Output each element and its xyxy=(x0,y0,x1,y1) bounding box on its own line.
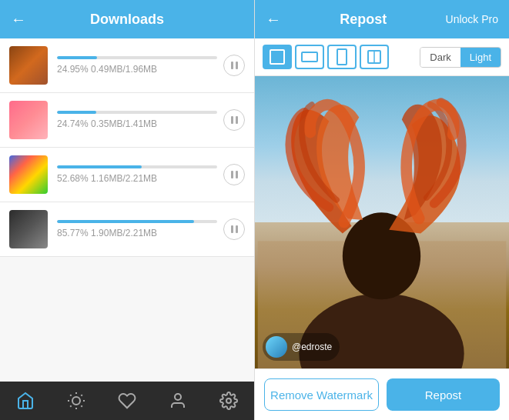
svg-rect-12 xyxy=(302,52,317,62)
nav-profile-icon[interactable] xyxy=(162,385,193,416)
thumbnail xyxy=(9,155,48,194)
repost-image-scene: @edroste xyxy=(255,76,509,368)
svg-line-3 xyxy=(70,395,71,395)
pause-icon xyxy=(231,62,238,69)
watermark-overlay: @edroste xyxy=(263,333,340,361)
thumbnail xyxy=(9,46,48,85)
dark-theme-button[interactable]: Dark xyxy=(420,48,460,67)
avatar xyxy=(266,336,287,358)
nav-gear-icon[interactable] xyxy=(213,385,244,416)
table-row: 52.68% 1.16MB/2.21MB xyxy=(0,148,254,202)
svg-line-7 xyxy=(70,405,71,406)
frame-portrait-button[interactable] xyxy=(327,45,357,69)
nav-home-icon[interactable] xyxy=(10,385,41,416)
download-stats: 85.77% 1.90MB/2.21MB xyxy=(57,228,217,238)
pause-icon xyxy=(231,171,238,178)
action-bar: Remove Watermark Repost xyxy=(255,368,509,420)
svg-rect-11 xyxy=(270,50,284,64)
download-info: 52.68% 1.16MB/2.21MB xyxy=(57,165,217,184)
frame-landscape-button[interactable] xyxy=(295,45,324,69)
frame-full-button[interactable] xyxy=(263,45,292,69)
pause-icon xyxy=(231,225,238,233)
svg-rect-13 xyxy=(337,49,347,65)
progress-bar-bg xyxy=(57,56,217,59)
progress-bar-fill xyxy=(57,111,96,114)
table-row: 85.77% 1.90MB/2.21MB xyxy=(0,202,254,257)
progress-bar-fill xyxy=(57,165,142,168)
frame-options xyxy=(263,45,389,69)
svg-point-10 xyxy=(226,398,231,403)
progress-bar-bg xyxy=(57,220,217,223)
svg-line-8 xyxy=(81,395,82,395)
progress-bar-fill xyxy=(57,56,97,59)
svg-point-9 xyxy=(175,394,181,400)
repost-image-container: @edroste xyxy=(255,76,509,368)
pause-button[interactable] xyxy=(223,109,245,131)
table-row: 24.74% 0.35MB/1.41MB xyxy=(0,93,254,148)
pause-button[interactable] xyxy=(223,164,245,185)
repost-toolbar: Dark Light xyxy=(255,38,509,76)
repost-button[interactable]: Repost xyxy=(387,378,500,411)
downloads-list: 24.95% 0.49MB/1.96MB 24.74% 0.35MB/1.41M… xyxy=(0,38,254,382)
thumbnail xyxy=(9,210,48,248)
frame-square-button[interactable] xyxy=(360,45,389,69)
download-stats: 24.74% 0.35MB/1.41MB xyxy=(57,118,217,129)
unlock-pro-button[interactable]: Unlock Pro xyxy=(446,13,498,25)
nav-sun-icon[interactable] xyxy=(61,385,92,416)
download-info: 24.74% 0.35MB/1.41MB xyxy=(57,111,217,129)
svg-line-4 xyxy=(81,405,82,406)
downloads-panel: ← Downloads 24.95% 0.49MB/1.96MB xyxy=(0,0,254,420)
download-info: 24.95% 0.49MB/1.96MB xyxy=(57,56,217,75)
repost-header: ← Repost Unlock Pro xyxy=(255,0,509,38)
downloads-title: Downloads xyxy=(90,12,164,28)
light-theme-button[interactable]: Light xyxy=(460,48,501,67)
progress-bar-bg xyxy=(57,165,217,168)
download-stats: 24.95% 0.49MB/1.96MB xyxy=(57,64,217,75)
table-row: 24.95% 0.49MB/1.96MB xyxy=(0,38,254,93)
back-button-left[interactable]: ← xyxy=(11,11,26,28)
downloads-header: ← Downloads xyxy=(0,0,254,38)
hair-svg xyxy=(255,76,509,368)
watermark-username: @edroste xyxy=(292,342,332,352)
back-button-right[interactable]: ← xyxy=(266,11,281,28)
pause-icon xyxy=(231,116,238,124)
svg-point-0 xyxy=(72,397,80,405)
download-info: 85.77% 1.90MB/2.21MB xyxy=(57,220,217,238)
download-stats: 52.68% 1.16MB/2.21MB xyxy=(57,173,217,184)
bottom-navigation xyxy=(0,382,254,420)
repost-title: Repost xyxy=(281,12,446,28)
watermark-avatar xyxy=(266,336,287,358)
repost-panel: ← Repost Unlock Pro xyxy=(254,0,509,420)
thumbnail xyxy=(9,101,48,139)
pause-button[interactable] xyxy=(223,218,245,240)
progress-bar-fill xyxy=(57,220,194,223)
nav-heart-icon[interactable] xyxy=(112,385,142,416)
progress-bar-bg xyxy=(57,111,217,114)
theme-toggle: Dark Light xyxy=(420,47,501,68)
pause-button[interactable] xyxy=(223,55,245,76)
remove-watermark-button[interactable]: Remove Watermark xyxy=(264,378,379,411)
